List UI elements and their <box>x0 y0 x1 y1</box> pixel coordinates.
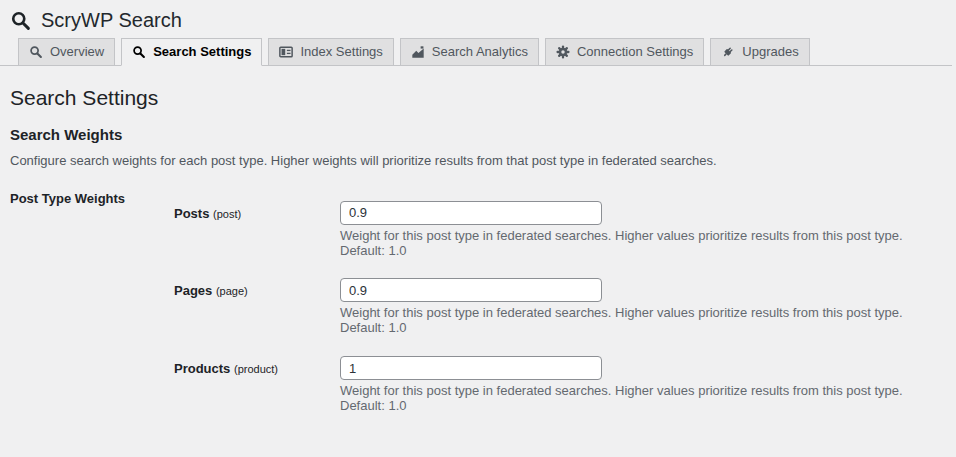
settings-content: Search Settings Search Weights Configure… <box>0 86 956 457</box>
tab-label: Connection Settings <box>577 44 693 60</box>
form-row-products: Products (product) Weight for this post … <box>174 356 946 414</box>
field-description: Weight for this post type in federated s… <box>340 229 946 259</box>
tab-label: Index Settings <box>300 44 382 60</box>
field-label: Products (product) <box>174 356 340 414</box>
tab-overview[interactable]: Overview <box>18 38 115 66</box>
page-title: Search Settings <box>10 86 946 110</box>
post-type-name: Products <box>174 361 230 376</box>
plugin-icon <box>721 45 735 59</box>
tab-index-settings[interactable]: Index Settings <box>268 38 393 66</box>
tab-label: Upgrades <box>742 44 798 60</box>
field: Weight for this post type in federated s… <box>340 278 946 336</box>
post-type-name: Pages <box>174 283 212 298</box>
field-description: Weight for this post type in federated s… <box>340 306 946 336</box>
plugin-title: ScryWP Search <box>41 9 182 32</box>
search-icon <box>132 45 146 59</box>
post-type-slug: (page) <box>216 285 248 297</box>
table-icon <box>279 45 293 59</box>
field-label: Pages (page) <box>174 278 340 336</box>
tab-search-settings[interactable]: Search Settings <box>121 38 262 66</box>
form-rows: Posts (post) Weight for this post type i… <box>174 190 946 435</box>
pages-weight-input[interactable] <box>340 278 602 302</box>
field: Weight for this post type in federated s… <box>340 356 946 414</box>
post-type-slug: (post) <box>213 208 241 220</box>
tab-label: Search Settings <box>153 44 251 60</box>
section-description: Configure search weights for each post t… <box>10 153 946 169</box>
search-icon <box>10 10 31 31</box>
posts-weight-input[interactable] <box>340 201 602 225</box>
plugin-header: ScryWP Search <box>0 0 956 36</box>
field: Weight for this post type in federated s… <box>340 201 946 259</box>
field-label: Posts (post) <box>174 201 340 259</box>
nav-tab-bar: Overview Search Settings Index Settings … <box>0 38 952 66</box>
tab-search-analytics[interactable]: Search Analytics <box>400 38 539 66</box>
search-icon <box>29 45 43 59</box>
field-description: Weight for this post type in federated s… <box>340 384 946 414</box>
tab-connection-settings[interactable]: Connection Settings <box>545 38 704 66</box>
tab-upgrades[interactable]: Upgrades <box>710 38 809 66</box>
post-type-slug: (product) <box>234 363 278 375</box>
gear-icon <box>556 45 570 59</box>
post-type-weights-form: Post Type Weights Posts (post) Weight fo… <box>10 190 946 435</box>
products-weight-input[interactable] <box>340 356 602 380</box>
form-row-pages: Pages (page) Weight for this post type i… <box>174 278 946 336</box>
group-label-post-type-weights: Post Type Weights <box>10 190 174 435</box>
form-row-posts: Posts (post) Weight for this post type i… <box>174 201 946 259</box>
tab-label: Overview <box>50 44 104 60</box>
post-type-name: Posts <box>174 206 209 221</box>
chart-icon <box>411 45 425 59</box>
section-title: Search Weights <box>10 126 946 143</box>
tab-label: Search Analytics <box>432 44 528 60</box>
